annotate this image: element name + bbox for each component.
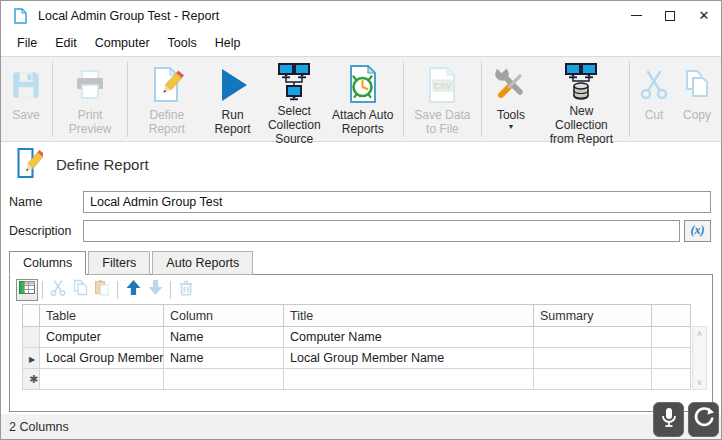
name-label: Name	[9, 195, 83, 209]
window-title: Local Admin Group Test - Report	[38, 9, 219, 23]
cell-summary[interactable]	[534, 348, 652, 369]
circular-arrow-icon	[692, 406, 716, 434]
header-column[interactable]: Column	[164, 305, 284, 327]
cell-column[interactable]: Name	[164, 327, 284, 348]
current-row-icon: ▶	[29, 355, 35, 364]
run-report-button[interactable]: Run Report	[202, 59, 263, 139]
define-report-icon	[149, 62, 185, 108]
new-row-icon: ✱	[29, 373, 38, 385]
cell-title[interactable]	[284, 369, 534, 390]
cell-summary[interactable]	[534, 327, 652, 348]
copy-button[interactable]: Copy	[675, 59, 719, 139]
titlebar: Local Admin Group Test - Report ✕	[1, 1, 721, 30]
grid-cut-button[interactable]	[47, 279, 69, 301]
minimize-icon	[631, 15, 642, 17]
grid-toolbar-separator	[42, 281, 43, 299]
cell-summary[interactable]	[534, 369, 652, 390]
tools-button[interactable]: Tools ▼	[485, 59, 537, 139]
header-title[interactable]: Title	[284, 305, 534, 327]
status-text: 2 Columns	[9, 420, 69, 434]
csv-file-icon: CSV	[425, 62, 459, 108]
run-icon	[214, 62, 252, 108]
table-row-new[interactable]: ✱	[23, 369, 691, 390]
copy-icon	[680, 62, 714, 108]
menu-tools[interactable]: Tools	[159, 32, 206, 54]
maximize-button[interactable]	[653, 1, 687, 30]
description-label: Description	[9, 224, 83, 238]
cut-button[interactable]: Cut	[633, 59, 675, 139]
define-report-header-icon	[15, 147, 43, 183]
cell-empty	[652, 348, 691, 369]
define-report-button[interactable]: Define Report	[131, 59, 202, 139]
cell-table[interactable]: Computer	[40, 327, 164, 348]
description-row: Description (x)	[1, 216, 721, 245]
cell-empty	[652, 369, 691, 390]
printer-icon	[71, 62, 109, 108]
page-title: Define Report	[56, 156, 149, 173]
select-collection-source-button[interactable]: Select Collection Source	[263, 59, 326, 139]
new-collection-from-report-button[interactable]: New Collection from Report	[537, 59, 626, 139]
close-button[interactable]: ✕	[687, 1, 721, 30]
table-row[interactable]: ▶ Local Group Member Name Local Group Me…	[23, 348, 691, 369]
cell-title[interactable]: Local Group Member Name	[284, 348, 534, 369]
collection-source-icon	[274, 62, 314, 104]
copy-icon	[71, 279, 89, 301]
trash-icon	[177, 279, 195, 301]
menubar: File Edit Computer Tools Help	[1, 30, 721, 56]
cell-table[interactable]: Local Group Member	[40, 348, 164, 369]
save-data-to-file-button[interactable]: CSV Save Data to File	[407, 59, 478, 139]
name-row: Name	[1, 187, 721, 216]
toolbar-separator	[127, 61, 128, 137]
cell-column[interactable]: Name	[164, 348, 284, 369]
grid-paste-button[interactable]	[91, 279, 113, 301]
paste-icon	[93, 279, 111, 301]
tab-filters[interactable]: Filters	[88, 251, 150, 275]
table-icon	[18, 279, 36, 300]
columns-grid: Table Column Title Summary Computer Name…	[22, 304, 707, 390]
move-down-button[interactable]	[144, 279, 166, 301]
description-input[interactable]	[83, 220, 680, 242]
header-empty	[652, 305, 691, 327]
app-window: Local Admin Group Test - Report ✕ File E…	[0, 0, 722, 440]
header-table[interactable]: Table	[40, 305, 164, 327]
tab-auto-reports[interactable]: Auto Reports	[152, 251, 253, 275]
tools-dropdown-icon: ▼	[507, 123, 514, 130]
save-button[interactable]: Save	[3, 59, 49, 139]
menu-computer[interactable]: Computer	[86, 32, 159, 54]
delete-column-button[interactable]	[175, 279, 197, 301]
attach-auto-reports-button[interactable]: Attach Auto Reports	[326, 59, 400, 139]
header-summary[interactable]: Summary	[534, 305, 652, 327]
svg-text:CSV: CSV	[434, 81, 452, 91]
menu-help[interactable]: Help	[206, 32, 250, 54]
statusbar: 2 Columns	[1, 414, 721, 439]
microphone-button[interactable]	[653, 402, 684, 437]
toolbar-separator	[481, 61, 482, 137]
toolbar-separator	[629, 61, 630, 137]
cell-column[interactable]	[164, 369, 284, 390]
menu-file[interactable]: File	[8, 32, 46, 54]
maximize-icon	[665, 11, 675, 21]
vertical-scrollbar[interactable]: ∧ ∨	[692, 326, 707, 390]
menu-edit[interactable]: Edit	[46, 32, 86, 54]
close-icon: ✕	[699, 8, 710, 23]
grid-copy-button[interactable]	[69, 279, 91, 301]
tab-columns[interactable]: Columns	[9, 251, 86, 275]
cell-table[interactable]	[40, 369, 164, 390]
auto-report-clock-icon	[345, 62, 381, 108]
report-document-icon	[14, 8, 27, 24]
choose-columns-button[interactable]	[16, 279, 38, 301]
row-selector-current[interactable]: ▶	[23, 348, 40, 369]
move-up-button[interactable]	[122, 279, 144, 301]
print-preview-button[interactable]: Print Preview	[56, 59, 124, 139]
refresh-button[interactable]	[688, 402, 719, 437]
minimize-button[interactable]	[619, 1, 653, 30]
row-selector-new[interactable]: ✱	[23, 369, 40, 390]
tabstrip: Columns Filters Auto Reports	[9, 251, 721, 274]
table-row[interactable]: Computer Name Computer Name	[23, 327, 691, 348]
scroll-down-icon[interactable]: ∨	[697, 378, 703, 387]
name-input[interactable]	[83, 191, 711, 213]
cell-title[interactable]: Computer Name	[284, 327, 534, 348]
row-selector[interactable]	[23, 327, 40, 348]
expression-button[interactable]: (x)	[684, 220, 711, 242]
scroll-up-icon[interactable]: ∧	[697, 329, 703, 338]
